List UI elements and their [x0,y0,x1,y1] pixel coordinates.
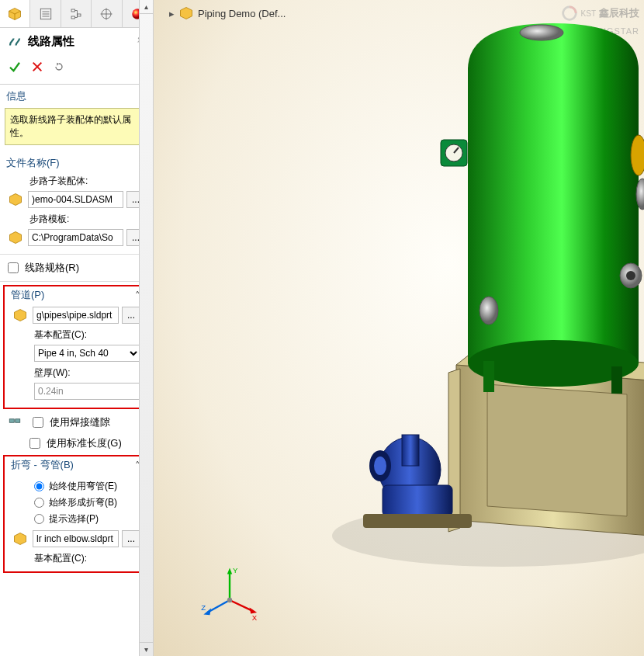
pipe-config-label: 基本配置(C): [5,328,147,345]
svg-rect-18 [9,419,14,423]
pipe-path-input[interactable] [33,307,119,324]
cancel-button[interactable] [31,61,43,75]
part-icon [11,532,29,546]
action-row [0,55,153,85]
svg-text:X: X [252,613,258,622]
elbow-browse-button[interactable]: ... [122,530,140,547]
section-filename-title: 文件名称(F) [6,156,60,170]
highlight-pipe-section: 管道(P) ˄ ... 基本配置(C): Pipe 4 in, Sch 40 壁… [3,285,148,409]
section-pipe-title: 管道(P) [11,288,44,302]
section-bend-header[interactable]: 折弯 - 弯管(B) ˄ [5,456,147,477]
svg-rect-30 [383,485,452,516]
logo-icon [561,5,578,22]
model-render [286,23,644,590]
assembly-icon [6,193,25,207]
weld-icon [8,414,26,430]
highlight-bend-section: 折弯 - 弯管(B) ˄ 始终使用弯管(E) 始终形成折弯(B) 提示选择(P)… [3,455,148,573]
property-panel: 线路属性 信息 ˄ 选取新线路子装配体的默认属性。 文件名称(F) ˄ 步路子装… [0,0,154,656]
viewport-title: Piping Demo (Def... [198,8,286,19]
svg-marker-50 [227,567,232,574]
std-length-checkbox[interactable] [29,438,40,449]
bend-radio-prompt[interactable] [34,514,44,524]
svg-marker-15 [10,194,22,206]
bend-radio-bend-label: 始终形成折弯(B) [49,496,117,509]
section-bend-title: 折弯 - 弯管(B) [11,458,74,472]
svg-rect-19 [16,419,20,423]
svg-rect-47 [483,361,494,392]
weld-gap-row[interactable]: 使用焊接缝隙 [0,411,151,433]
svg-rect-32 [402,435,419,466]
svg-point-39 [631,135,644,175]
panel-title-row: 线路属性 [0,28,153,55]
std-length-label: 使用标准长度(G) [47,436,122,450]
spec-checkbox[interactable] [8,262,19,273]
section-info-title: 信息 [6,89,26,103]
section-pipe-header[interactable]: 管道(P) ˄ [5,286,147,307]
route-icon [8,35,22,49]
svg-marker-28 [487,384,627,516]
bend-radio-elbow-label: 始终使用弯管(E) [49,480,117,493]
tree-icon [69,7,83,21]
triad-icon[interactable]: Y X Z [199,563,261,625]
svg-text:Y: Y [233,566,238,574]
part-icon [11,308,29,322]
svg-marker-16 [10,232,22,244]
weld-gap-checkbox[interactable] [33,417,43,428]
template-label: 步路模板: [0,213,151,229]
svg-point-42 [626,271,635,280]
svg-marker-21 [181,8,192,19]
assembly-icon [6,231,25,245]
pipe-config-select[interactable]: Pipe 4 in, Sch 40 [34,345,140,362]
watermark-tag: KST [581,9,596,18]
svg-line-52 [230,600,253,611]
collapse-icon[interactable]: ▸ [169,8,175,19]
spec-label: 线路规格(R) [25,261,79,275]
viewport-title-row: ▸ Piping Demo (Def... [169,6,286,20]
bend-radio-bend[interactable] [34,498,44,508]
tab-feature[interactable] [0,0,30,27]
list-icon [39,7,53,21]
svg-point-34 [374,456,386,475]
elbow-path-input[interactable] [33,530,119,547]
watermark-cn: 鑫辰科技 [599,6,639,20]
svg-point-38 [520,25,563,40]
spec-row[interactable]: 线路规格(R) ˅ [0,258,151,278]
std-length-row[interactable]: 使用标准长度(G) [0,433,151,453]
bend-radio-prompt-label: 提示选择(P) [49,512,99,526]
viewport[interactable]: ▸ Piping Demo (Def... KST 鑫辰科技 KINGSTAR [154,0,644,656]
wall-input [34,383,140,400]
svg-point-43 [480,297,498,325]
panel-title: 线路属性 [28,34,74,49]
cube-icon [8,7,22,21]
pipe-browse-button[interactable]: ... [122,307,140,324]
subasm-input[interactable] [28,191,123,208]
panel-scrollbar[interactable]: ▴ ▾ [139,0,153,656]
section-info-header[interactable]: 信息 ˄ [0,85,151,108]
bend-radio-group: 始终使用弯管(E) 始终形成折弯(B) 提示选择(P) [5,477,147,530]
panel-scroll[interactable]: 信息 ˄ 选取新线路子装配体的默认属性。 文件名称(F) ˄ 步路子装配体: .… [0,85,153,656]
svg-text:Z: Z [201,603,206,612]
info-message: 选取新线路子装配体的默认属性。 [5,108,147,145]
ok-button[interactable] [8,60,22,76]
svg-marker-17 [15,310,26,321]
tab-config[interactable] [61,0,92,27]
svg-rect-31 [363,514,472,528]
template-input[interactable] [28,229,123,246]
svg-line-55 [207,600,230,613]
bend-radio-elbow[interactable] [34,481,44,491]
elbow-config-label: 基本配置(C): [5,552,147,568]
svg-rect-48 [611,366,622,394]
target-icon [99,7,113,21]
svg-marker-20 [15,533,26,545]
tab-dim[interactable] [92,0,122,27]
weld-gap-label: 使用焊接缝隙 [50,415,110,429]
scroll-down-icon[interactable]: ▾ [140,642,153,656]
scroll-up-icon[interactable]: ▴ [140,0,153,14]
tab-properties[interactable] [30,0,61,27]
redo-button[interactable] [53,61,65,75]
assembly-icon [179,6,193,20]
section-filename-header[interactable]: 文件名称(F) ˄ [0,151,151,175]
svg-rect-7 [78,14,81,16]
svg-rect-6 [71,9,75,12]
panel-tabbar [0,0,153,28]
